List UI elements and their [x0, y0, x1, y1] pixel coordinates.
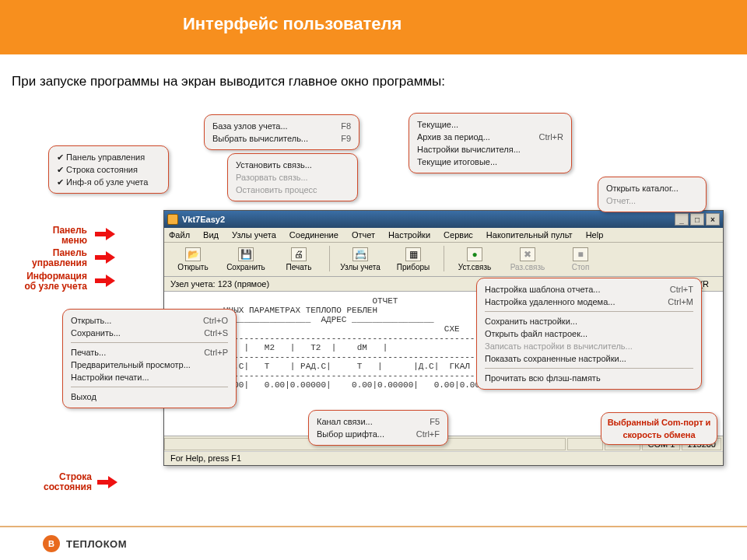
page-title: Интерфейс пользователя — [183, 14, 747, 34]
menu-item: Остановить процесс — [236, 184, 349, 196]
menu-item[interactable]: Печать...Ctrl+P — [71, 346, 228, 359]
menu-item[interactable]: Настройки вычислителя... — [417, 143, 563, 156]
menu-item[interactable]: Показать сохраненные настройки... — [485, 352, 693, 365]
brand-logo-icon: В — [43, 535, 60, 552]
disconnect-icon: ✖ — [520, 247, 535, 261]
save-icon: 💾 — [238, 247, 254, 261]
bubble-view-menu: Панель управления Строка состояния Инф-я… — [48, 145, 169, 194]
menu-help[interactable]: Help — [586, 230, 604, 240]
menu-item[interactable]: Архив за период...Ctrl+R — [417, 131, 563, 143]
menu-item[interactable]: Настройка удаленного модема...Ctrl+M — [485, 296, 693, 308]
tb-disconnect: ✖Раз.связь — [502, 246, 553, 271]
bubble-report-menu: Текущие... Архив за период...Ctrl+R Наст… — [409, 113, 572, 173]
tb-connect[interactable]: ●Уст.связь — [449, 246, 500, 271]
menu-settings[interactable]: Настройки — [388, 230, 430, 240]
menu-item[interactable]: Настройки печати... — [71, 371, 228, 383]
menu-service[interactable]: Сервис — [444, 230, 473, 240]
arrow-icon — [97, 476, 117, 488]
bubble-nodes-menu: База узлов учета...F8 Выбрать вычислител… — [204, 114, 359, 150]
menu-item[interactable]: Канал связи...F5 — [317, 415, 440, 428]
tb-save[interactable]: 💾Сохранить — [220, 246, 272, 271]
tb-nodes[interactable]: 📇Узлы учета — [335, 246, 386, 271]
bubble-file-menu: Открыть...Ctrl+O Сохранить...Ctrl+S Печа… — [62, 309, 237, 408]
menu-item[interactable]: Установить связь... — [236, 159, 349, 171]
label-menu: Панельменю — [17, 226, 87, 246]
menu-item[interactable]: Панель управления — [57, 151, 160, 163]
brand-name: ТЕПЛОКОМ — [66, 538, 127, 550]
app-icon — [167, 214, 178, 225]
bubble-settings-menu: Настройка шаблона отчета...Ctrl+T Настро… — [476, 278, 702, 390]
menu-item[interactable]: Сохранить настройки... — [485, 315, 693, 327]
menu-file[interactable]: Файл — [169, 230, 190, 240]
menu-item[interactable]: Открыть каталог... — [606, 182, 698, 194]
card-index-icon: 📇 — [352, 247, 368, 261]
tb-stop: ■Стоп — [555, 246, 606, 271]
title-bar[interactable]: Vkt7Easy2 _ □ × — [164, 211, 723, 228]
menu-item[interactable]: Выбрать вычислитель...F9 — [212, 132, 351, 145]
connect-icon: ● — [467, 247, 482, 261]
printer-icon: 🖨 — [291, 247, 307, 261]
intro-text: При запуске программы на экран выводится… — [0, 54, 747, 89]
tb-print[interactable]: 🖨Печать — [273, 246, 324, 271]
menu-item[interactable]: Выбор шрифта...Ctrl+F — [317, 428, 440, 440]
status-cell — [567, 438, 603, 450]
arrow-icon — [95, 251, 115, 264]
menu-item[interactable]: Инф-я об узле учета — [57, 176, 160, 188]
label-info: Информацияоб узле учета — [17, 271, 87, 292]
minimize-button[interactable]: _ — [675, 213, 689, 226]
help-bar: For Help, press F1 — [164, 451, 723, 465]
menu-item[interactable]: Строка состояния — [57, 163, 160, 176]
bubble-service-menu: Канал связи...F5 Выбор шрифта...Ctrl+F — [308, 410, 448, 446]
menu-item[interactable]: Прочитать всю флэш-память — [485, 372, 693, 384]
menu-item: Отчет... — [606, 194, 698, 207]
menu-item[interactable]: Предварительный просмотр... — [71, 359, 228, 371]
tb-devices[interactable]: ▦Приборы — [388, 246, 439, 271]
bubble-conn-menu: Установить связь... Разорвать связь... О… — [227, 153, 358, 201]
menu-item: Записать настройки в вычислитель... — [485, 340, 693, 352]
label-comport: Выбранный Com-порт и скорость обмена — [601, 412, 717, 445]
label-status: Строкасостояния — [22, 472, 92, 492]
window-title: Vkt7Easy2 — [182, 215, 225, 224]
tool-bar: 📂Открыть 💾Сохранить 🖨Печать 📇Узлы учета … — [164, 243, 723, 277]
menu-item[interactable]: Настройка шаблона отчета...Ctrl+T — [485, 283, 693, 296]
menu-nodes[interactable]: Узлы учета — [232, 230, 276, 240]
info-node: Узел учета: 123 (прямое) — [170, 279, 269, 289]
menu-bar: Файл Вид Узлы учета Соединение Отчет Нас… — [164, 228, 723, 243]
menu-item[interactable]: Текущие итоговые... — [417, 156, 563, 168]
menu-report[interactable]: Отчет — [352, 230, 375, 240]
menu-item[interactable]: Текущие... — [417, 118, 563, 131]
label-toolbar: Панельуправления — [17, 248, 87, 268]
arrow-icon — [95, 275, 115, 287]
grid-icon: ▦ — [405, 247, 421, 261]
menu-item[interactable]: База узлов учета...F8 — [212, 120, 351, 132]
menu-item[interactable]: Сохранить...Ctrl+S — [71, 327, 228, 339]
stop-icon: ■ — [573, 247, 588, 261]
menu-item: Разорвать связь... — [236, 171, 349, 184]
menu-view[interactable]: Вид — [203, 230, 219, 240]
menu-pult[interactable]: Накопительный пульт — [486, 230, 573, 240]
menu-item[interactable]: Выход — [71, 390, 228, 403]
close-button[interactable]: × — [706, 213, 720, 226]
menu-item[interactable]: Открыть...Ctrl+O — [71, 314, 228, 327]
footer: В ТЕПЛОКОМ — [0, 526, 747, 560]
maximize-button[interactable]: □ — [690, 213, 704, 226]
arrow-icon — [95, 228, 115, 240]
diagram-stage: Панельменю Панельуправления Информацияоб… — [0, 105, 747, 517]
bubble-pult-menu: Открыть каталог... Отчет... — [598, 177, 707, 212]
menu-item[interactable]: Открыть файл настроек... — [485, 327, 693, 340]
tb-open[interactable]: 📂Открыть — [167, 246, 219, 271]
folder-open-icon: 📂 — [185, 247, 201, 261]
menu-conn[interactable]: Соединение — [289, 230, 338, 240]
